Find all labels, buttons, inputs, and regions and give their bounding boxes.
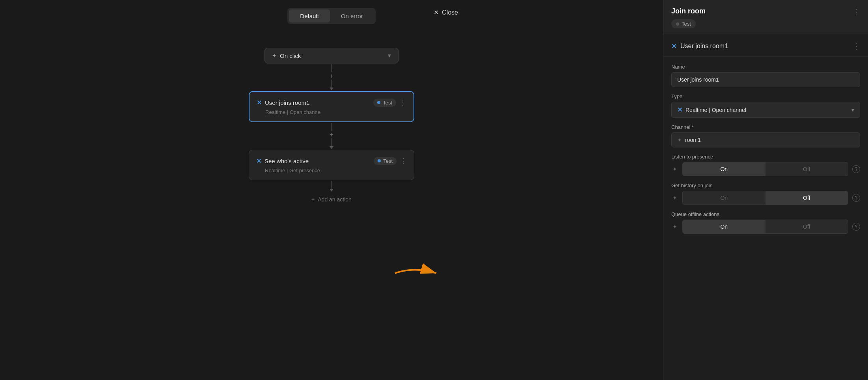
type-field-group: Type ✕ Realtime | Open channel ▾ [671, 93, 860, 118]
action-card-user-joins-room1[interactable]: ✕ User joins room1 Test ⋮ Realtime | Ope… [249, 91, 414, 122]
listen-presence-on[interactable]: On [683, 162, 766, 176]
get-history-toggle[interactable]: On Off [682, 191, 848, 205]
trigger-dropdown[interactable]: ✦ On click ▾ [264, 48, 399, 63]
queue-offline-group: Queue offline actions ✦ On Off ? [671, 211, 860, 234]
listen-presence-off[interactable]: Off [766, 162, 848, 176]
card-header-1: ✕ User joins room1 Test ⋮ [257, 98, 406, 107]
card-title-1: ✕ User joins room1 [257, 99, 309, 106]
queue-offline-toggle[interactable]: On Off [682, 220, 848, 234]
get-history-icon: ✦ [671, 195, 678, 201]
type-select-x-icon: ✕ [677, 106, 682, 114]
flow-area: ✦ On click ▾ + ✕ User joins room1 [249, 48, 414, 203]
add-action-label: Add an action [318, 196, 352, 203]
get-history-on[interactable]: On [683, 191, 766, 205]
queue-offline-icon: ✦ [671, 224, 678, 230]
queue-offline-info-icon[interactable]: ? [852, 223, 860, 231]
get-history-toggle-row: ✦ On Off ? [671, 191, 860, 205]
card-title-text-2: See who's active [264, 158, 309, 164]
section-title: ✕ User joins room1 [671, 43, 728, 50]
listen-presence-label: Listen to presence [671, 154, 860, 160]
channel-field-group: Channel * ✦ room1 [671, 124, 860, 147]
plus-icon: + [311, 196, 315, 203]
panel-tag-dot [676, 22, 679, 26]
name-input[interactable] [671, 72, 860, 87]
get-history-label: Get history on join [671, 183, 860, 188]
close-button[interactable]: ✕ Close [434, 9, 458, 16]
add-action-button[interactable]: + Add an action [311, 196, 352, 203]
card-badge-2[interactable]: Test [374, 157, 397, 165]
get-history-off[interactable]: Off [766, 191, 848, 205]
queue-offline-on[interactable]: On [683, 220, 766, 233]
tab-default[interactable]: Default [289, 9, 330, 22]
queue-offline-toggle-row: ✦ On Off ? [671, 220, 860, 234]
badge-dot-1 [377, 101, 380, 104]
card-actions-1: Test ⋮ [373, 98, 406, 107]
listen-presence-toggle[interactable]: On Off [682, 162, 848, 176]
get-history-info-icon[interactable]: ? [852, 194, 860, 202]
panel-tag: Test [671, 19, 696, 28]
card-title-text-1: User joins room1 [265, 99, 309, 106]
trigger-label: On click [280, 52, 301, 59]
right-panel: Join room Test ⋮ ✕ User joins room1 ⋮ Na… [663, 0, 868, 380]
connector-3 [330, 181, 333, 192]
panel-more-button[interactable]: ⋮ [852, 7, 860, 17]
dots-menu-2[interactable]: ⋮ [400, 156, 407, 165]
name-label: Name [671, 64, 860, 70]
type-select-value: Realtime | Open channel [685, 107, 746, 113]
badge-text-2: Test [383, 158, 393, 164]
tab-on-error[interactable]: On error [330, 9, 374, 22]
orange-arrow-annotation [391, 263, 442, 285]
section-title-text: User joins room1 [680, 43, 728, 50]
card-actions-2: Test ⋮ [374, 156, 407, 165]
type-select[interactable]: ✕ Realtime | Open channel ▾ [671, 102, 860, 118]
channel-label: Channel * [671, 124, 860, 130]
listen-presence-info-icon[interactable]: ? [852, 165, 860, 173]
x-icon-1: ✕ [257, 99, 262, 106]
queue-offline-label: Queue offline actions [671, 211, 860, 217]
dots-menu-1[interactable]: ⋮ [399, 98, 406, 107]
close-icon: ✕ [434, 9, 439, 16]
type-label: Type [671, 93, 860, 99]
section-header: ✕ User joins room1 ⋮ [663, 34, 868, 57]
x-icon-2: ✕ [256, 157, 261, 165]
name-field-group: Name [671, 64, 860, 87]
connector-1: + [330, 64, 333, 90]
section-x-icon: ✕ [671, 43, 676, 50]
card-badge-1[interactable]: Test [373, 99, 396, 107]
chevron-down-icon: ▾ [388, 52, 391, 59]
trigger-left: ✦ On click [272, 52, 301, 59]
badge-dot-2 [378, 159, 381, 162]
badge-text-1: Test [383, 100, 392, 106]
main-canvas: Default On error ✕ Close ✦ On click ▾ + [0, 0, 663, 380]
card-header-2: ✕ See who's active Test ⋮ [256, 156, 407, 165]
card-title-2: ✕ See who's active [256, 157, 309, 165]
listen-presence-icon: ✦ [671, 166, 678, 172]
queue-offline-off[interactable]: Off [766, 220, 848, 233]
get-history-group: Get history on join ✦ On Off ? [671, 183, 860, 205]
type-chevron-icon: ▾ [851, 107, 854, 113]
section-more-button[interactable]: ⋮ [852, 41, 860, 51]
channel-value: room1 [685, 137, 701, 143]
action-card-see-whos-active[interactable]: ✕ See who's active Test ⋮ Realtime | Get… [249, 150, 414, 180]
card-subtitle-1: Realtime | Open channel [265, 109, 406, 115]
form-body: Name Type ✕ Realtime | Open channel ▾ Ch… [663, 57, 868, 380]
listen-presence-toggle-row: ✦ On Off ? [671, 162, 860, 176]
channel-icon: ✦ [677, 137, 682, 143]
panel-main-title: Join room [671, 7, 706, 15]
panel-title-section: Join room Test [671, 7, 706, 28]
connector-2: + [330, 123, 333, 149]
type-select-left: ✕ Realtime | Open channel [677, 106, 746, 114]
channel-field[interactable]: ✦ room1 [671, 132, 860, 147]
card-subtitle-2: Realtime | Get presence [265, 168, 407, 173]
panel-tag-text: Test [682, 21, 691, 27]
trigger-icon: ✦ [272, 52, 277, 59]
listen-presence-group: Listen to presence ✦ On Off ? [671, 154, 860, 176]
tab-bar: Default On error [287, 8, 375, 24]
panel-top-header: Join room Test ⋮ [663, 0, 868, 34]
